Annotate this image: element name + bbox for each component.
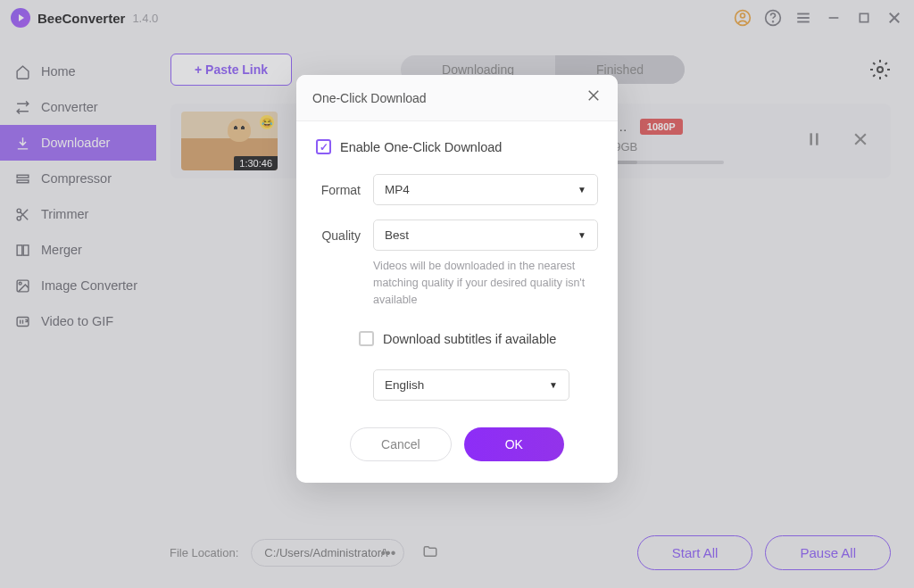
cancel-button[interactable]: Cancel [350,427,452,461]
enable-check-row: Enable One-Click Download [316,139,598,154]
modal-body: Enable One-Click Download Format MP4 ▼ Q… [296,121,618,483]
subtitles-label: Download subtitles if available [383,332,556,346]
modal-footer: Cancel OK [316,424,598,461]
chevron-down-icon: ▼ [577,230,586,240]
subtitles-checkbox[interactable] [359,331,374,346]
enable-checkbox[interactable] [316,139,331,154]
quality-row: Quality Best ▼ [316,219,598,251]
modal-header: One-Click Download [296,75,618,121]
format-label: Format [316,183,361,197]
quality-label: Quality [316,228,361,243]
one-click-download-modal: One-Click Download Enable One-Click Down… [296,75,618,483]
format-value: MP4 [385,183,410,196]
format-row: Format MP4 ▼ [316,174,598,205]
ok-button[interactable]: OK [464,427,564,461]
subtitles-check-row: Download subtitles if available [316,331,598,346]
modal-scrim[interactable]: One-Click Download Enable One-Click Down… [0,0,914,588]
chevron-down-icon: ▼ [577,185,586,195]
chevron-down-icon: ▼ [549,380,558,390]
quality-select[interactable]: Best ▼ [373,219,598,251]
subtitles-lang-value: English [385,378,424,392]
subtitles-lang-select[interactable]: English ▼ [373,369,569,401]
enable-label: Enable One-Click Download [340,140,502,154]
modal-close-icon[interactable] [586,87,602,108]
quality-help-text: Videos will be downloaded in the nearest… [316,258,598,308]
quality-value: Best [385,228,409,242]
modal-title: One-Click Download [312,91,427,105]
format-select[interactable]: MP4 ▼ [373,174,598,205]
